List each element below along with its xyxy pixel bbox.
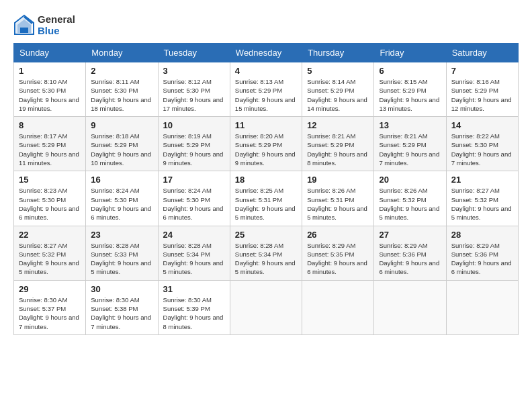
calendar-cell: 2 Sunrise: 8:11 AM Sunset: 5:30 PM Dayli… — [86, 62, 158, 117]
calendar-cell: 6 Sunrise: 8:15 AM Sunset: 5:29 PM Dayli… — [374, 62, 446, 117]
day-number: 21 — [451, 175, 513, 185]
day-number: 17 — [163, 175, 225, 185]
calendar-cell: 3 Sunrise: 8:12 AM Sunset: 5:30 PM Dayli… — [158, 62, 230, 117]
calendar-cell: 7 Sunrise: 8:16 AM Sunset: 5:29 PM Dayli… — [446, 62, 518, 117]
calendar-cell: 15 Sunrise: 8:23 AM Sunset: 5:30 PM Dayl… — [14, 171, 86, 226]
day-info: Sunrise: 8:23 AM Sunset: 5:30 PM Dayligh… — [19, 186, 81, 222]
day-info: Sunrise: 8:26 AM Sunset: 5:32 PM Dayligh… — [379, 186, 441, 222]
day-info: Sunrise: 8:25 AM Sunset: 5:31 PM Dayligh… — [235, 186, 297, 222]
calendar-cell: 22 Sunrise: 8:27 AM Sunset: 5:32 PM Dayl… — [14, 226, 86, 280]
calendar-row: 8 Sunrise: 8:17 AM Sunset: 5:29 PM Dayli… — [14, 117, 519, 171]
calendar-cell: 21 Sunrise: 8:27 AM Sunset: 5:32 PM Dayl… — [446, 171, 518, 226]
day-info: Sunrise: 8:24 AM Sunset: 5:30 PM Dayligh… — [163, 186, 225, 222]
calendar-cell: 4 Sunrise: 8:13 AM Sunset: 5:29 PM Dayli… — [230, 62, 302, 117]
day-number: 29 — [19, 284, 81, 294]
calendar-cell: 18 Sunrise: 8:25 AM Sunset: 5:31 PM Dayl… — [230, 171, 302, 226]
svg-rect-4 — [20, 28, 28, 33]
day-info: Sunrise: 8:30 AM Sunset: 5:39 PM Dayligh… — [163, 295, 225, 331]
day-info: Sunrise: 8:13 AM Sunset: 5:29 PM Dayligh… — [235, 77, 297, 113]
day-info: Sunrise: 8:16 AM Sunset: 5:29 PM Dayligh… — [451, 77, 513, 113]
day-info: Sunrise: 8:15 AM Sunset: 5:29 PM Dayligh… — [379, 77, 441, 113]
day-number: 9 — [91, 120, 152, 130]
day-number: 28 — [451, 230, 513, 240]
calendar-row: 29 Sunrise: 8:30 AM Sunset: 5:37 PM Dayl… — [14, 280, 519, 334]
calendar-cell — [446, 280, 518, 334]
calendar-cell: 19 Sunrise: 8:26 AM Sunset: 5:31 PM Dayl… — [302, 171, 374, 226]
day-info: Sunrise: 8:18 AM Sunset: 5:29 PM Dayligh… — [91, 132, 152, 167]
calendar-row: 15 Sunrise: 8:23 AM Sunset: 5:30 PM Dayl… — [14, 171, 519, 226]
day-info: Sunrise: 8:30 AM Sunset: 5:38 PM Dayligh… — [91, 295, 152, 331]
calendar-cell: 28 Sunrise: 8:29 AM Sunset: 5:36 PM Dayl… — [446, 226, 518, 280]
day-info: Sunrise: 8:28 AM Sunset: 5:33 PM Dayligh… — [91, 241, 152, 277]
day-number: 27 — [379, 230, 441, 240]
calendar-cell: 26 Sunrise: 8:29 AM Sunset: 5:35 PM Dayl… — [302, 226, 374, 280]
day-info: Sunrise: 8:29 AM Sunset: 5:36 PM Dayligh… — [451, 241, 513, 277]
logo: General Blue — [13, 13, 75, 36]
calendar-cell: 11 Sunrise: 8:20 AM Sunset: 5:29 PM Dayl… — [230, 117, 302, 171]
calendar-cell: 30 Sunrise: 8:30 AM Sunset: 5:38 PM Dayl… — [86, 280, 158, 334]
day-info: Sunrise: 8:21 AM Sunset: 5:29 PM Dayligh… — [379, 132, 441, 167]
header-row: SundayMondayTuesdayWednesdayThursdayFrid… — [14, 44, 519, 62]
day-info: Sunrise: 8:21 AM Sunset: 5:29 PM Dayligh… — [307, 132, 369, 167]
calendar-row: 22 Sunrise: 8:27 AM Sunset: 5:32 PM Dayl… — [14, 226, 519, 280]
day-number: 1 — [19, 66, 81, 76]
day-info: Sunrise: 8:12 AM Sunset: 5:30 PM Dayligh… — [163, 77, 225, 113]
day-info: Sunrise: 8:27 AM Sunset: 5:32 PM Dayligh… — [19, 241, 81, 277]
calendar-cell: 17 Sunrise: 8:24 AM Sunset: 5:30 PM Dayl… — [158, 171, 230, 226]
day-info: Sunrise: 8:26 AM Sunset: 5:31 PM Dayligh… — [307, 186, 369, 222]
day-info: Sunrise: 8:19 AM Sunset: 5:29 PM Dayligh… — [163, 132, 225, 167]
header-day-thursday: Thursday — [302, 44, 374, 62]
calendar-cell: 23 Sunrise: 8:28 AM Sunset: 5:33 PM Dayl… — [86, 226, 158, 280]
day-info: Sunrise: 8:30 AM Sunset: 5:37 PM Dayligh… — [19, 295, 81, 331]
day-info: Sunrise: 8:10 AM Sunset: 5:30 PM Dayligh… — [19, 77, 81, 113]
calendar-cell — [302, 280, 374, 334]
calendar-cell: 9 Sunrise: 8:18 AM Sunset: 5:29 PM Dayli… — [86, 117, 158, 171]
day-info: Sunrise: 8:27 AM Sunset: 5:32 PM Dayligh… — [451, 186, 513, 222]
day-number: 14 — [451, 120, 513, 130]
calendar-cell: 12 Sunrise: 8:21 AM Sunset: 5:29 PM Dayl… — [302, 117, 374, 171]
day-number: 12 — [307, 120, 369, 130]
calendar-cell: 31 Sunrise: 8:30 AM Sunset: 5:39 PM Dayl… — [158, 280, 230, 334]
day-info: Sunrise: 8:17 AM Sunset: 5:29 PM Dayligh… — [19, 132, 81, 167]
header-day-friday: Friday — [374, 44, 446, 62]
calendar-cell: 14 Sunrise: 8:22 AM Sunset: 5:30 PM Dayl… — [446, 117, 518, 171]
day-number: 15 — [19, 175, 81, 185]
day-number: 23 — [91, 230, 152, 240]
calendar-cell — [230, 280, 302, 334]
day-number: 31 — [163, 284, 225, 294]
day-number: 6 — [379, 66, 441, 76]
day-number: 25 — [235, 230, 297, 240]
day-number: 8 — [19, 120, 81, 130]
calendar-cell: 24 Sunrise: 8:28 AM Sunset: 5:34 PM Dayl… — [158, 226, 230, 280]
day-info: Sunrise: 8:22 AM Sunset: 5:30 PM Dayligh… — [451, 132, 513, 167]
calendar-table: SundayMondayTuesdayWednesdayThursdayFrid… — [13, 43, 519, 335]
day-number: 30 — [91, 284, 152, 294]
day-number: 5 — [307, 66, 369, 76]
day-number: 13 — [379, 120, 441, 130]
day-number: 16 — [91, 175, 152, 185]
day-number: 11 — [235, 120, 297, 130]
day-number: 22 — [19, 230, 81, 240]
header-day-tuesday: Tuesday — [158, 44, 230, 62]
day-number: 3 — [163, 66, 225, 76]
calendar-cell: 10 Sunrise: 8:19 AM Sunset: 5:29 PM Dayl… — [158, 117, 230, 171]
day-number: 24 — [163, 230, 225, 240]
day-number: 20 — [379, 175, 441, 185]
logo-icon — [13, 14, 35, 36]
calendar-cell — [374, 280, 446, 334]
day-info: Sunrise: 8:14 AM Sunset: 5:29 PM Dayligh… — [307, 77, 369, 113]
day-info: Sunrise: 8:20 AM Sunset: 5:29 PM Dayligh… — [235, 132, 297, 167]
calendar-cell: 8 Sunrise: 8:17 AM Sunset: 5:29 PM Dayli… — [14, 117, 86, 171]
day-info: Sunrise: 8:24 AM Sunset: 5:30 PM Dayligh… — [91, 186, 152, 222]
header-day-saturday: Saturday — [446, 44, 518, 62]
header-day-wednesday: Wednesday — [230, 44, 302, 62]
day-info: Sunrise: 8:11 AM Sunset: 5:30 PM Dayligh… — [91, 77, 152, 113]
header-day-monday: Monday — [86, 44, 158, 62]
calendar-cell: 16 Sunrise: 8:24 AM Sunset: 5:30 PM Dayl… — [86, 171, 158, 226]
header-day-sunday: Sunday — [14, 44, 86, 62]
calendar-cell: 1 Sunrise: 8:10 AM Sunset: 5:30 PM Dayli… — [14, 62, 86, 117]
day-info: Sunrise: 8:28 AM Sunset: 5:34 PM Dayligh… — [235, 241, 297, 277]
logo-text: General Blue — [38, 13, 75, 36]
calendar-cell: 29 Sunrise: 8:30 AM Sunset: 5:37 PM Dayl… — [14, 280, 86, 334]
calendar-cell: 5 Sunrise: 8:14 AM Sunset: 5:29 PM Dayli… — [302, 62, 374, 117]
